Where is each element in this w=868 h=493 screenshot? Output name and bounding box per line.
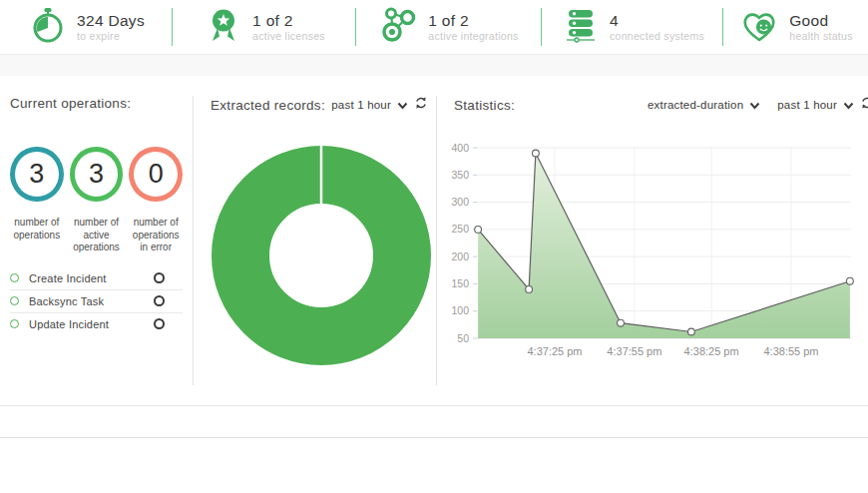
current-operations-title: Current operations: [10, 96, 183, 111]
operation-row-backsync-task[interactable]: Backsync Task [10, 290, 183, 313]
connected-systems-icon [561, 5, 601, 49]
svg-text:250: 250 [451, 223, 469, 235]
stat-title: 4 [610, 12, 704, 30]
integrations-icon [379, 5, 419, 49]
statistics-panel: Statistics: extracted-duration past 1 ho… [437, 76, 868, 405]
counter-active-operations: 3 [70, 147, 124, 202]
counter-label: number of active operations [70, 217, 124, 254]
license-medal-icon [204, 5, 243, 49]
statistics-range-dropdown[interactable]: past 1 hour [777, 99, 837, 111]
counter-operations: 3 [10, 147, 64, 202]
stat-subtitle: active integrations [428, 30, 518, 42]
statistics-area-chart[interactable]: 400350300250200150100504:37:25 pm4:37:55… [437, 132, 868, 367]
svg-text:150: 150 [451, 277, 469, 289]
stat-title: Good [789, 12, 852, 30]
counter-label: number of operations in error [129, 217, 183, 254]
stat-subtitle: to expire [77, 30, 145, 42]
stat-title: 324 Days [77, 12, 145, 30]
dashboard-main: Current operations: 3 3 0 number of oper… [0, 76, 868, 405]
extracted-records-donut-chart[interactable] [212, 146, 431, 365]
status-dot-icon [10, 273, 19, 282]
stopwatch-icon [28, 5, 68, 49]
operation-row-update-incident[interactable]: Update Incident [10, 313, 183, 335]
operation-counter-labels: number of operations number of active op… [10, 217, 183, 254]
chevron-down-icon[interactable] [397, 96, 408, 114]
operation-label: Backsync Task [29, 295, 104, 307]
chevron-down-icon[interactable] [843, 96, 854, 114]
current-operations-panel: Current operations: 3 3 0 number of oper… [0, 76, 193, 405]
svg-text:400: 400 [451, 142, 469, 154]
svg-text:200: 200 [451, 250, 469, 262]
operation-label: Create Incident [29, 272, 107, 284]
footer-area [0, 438, 868, 493]
stat-title: 1 of 2 [252, 12, 325, 30]
statistics-metric-dropdown[interactable]: extracted-duration [648, 99, 743, 111]
status-dot-icon [10, 319, 19, 328]
gear-icon[interactable] [154, 295, 165, 306]
stat-subtitle: health status [789, 30, 852, 42]
stat-active-integrations: 1 of 2 active integrations [356, 0, 542, 54]
counter-operations-in-error: 0 [129, 147, 183, 202]
gear-icon[interactable] [154, 272, 165, 283]
extracted-records-title: Extracted records: [211, 98, 325, 113]
operations-list: Create Incident Backsync Task Update Inc… [10, 267, 183, 335]
extracted-records-panel: Extracted records: past 1 hour [194, 76, 436, 405]
svg-text:4:37:25 pm: 4:37:25 pm [527, 345, 582, 357]
stat-health-status: Good health status [723, 0, 868, 54]
refresh-icon[interactable] [414, 96, 428, 114]
stats-topbar: 324 Days to expire 1 of 2 active license… [0, 0, 868, 55]
gear-icon[interactable] [154, 318, 165, 329]
refresh-icon[interactable] [860, 96, 868, 114]
statistics-chart-svg: 400350300250200150100504:37:25 pm4:37:55… [437, 132, 868, 363]
topbar-gap-strip [0, 55, 868, 76]
svg-text:350: 350 [451, 169, 469, 181]
svg-text:4:38:55 pm: 4:38:55 pm [763, 345, 818, 357]
svg-text:100: 100 [451, 304, 469, 316]
stat-days-to-expire: 324 Days to expire [0, 0, 173, 54]
stat-title: 1 of 2 [428, 12, 518, 30]
svg-text:50: 50 [457, 332, 469, 344]
stat-connected-systems: 4 connected systems [542, 0, 723, 54]
statistics-title: Statistics: [454, 98, 515, 113]
stat-subtitle: active licenses [252, 30, 325, 42]
operation-row-create-incident[interactable]: Create Incident [10, 267, 183, 290]
stat-subtitle: connected systems [610, 30, 704, 42]
counter-label: number of operations [10, 217, 64, 254]
status-dot-icon [10, 296, 19, 305]
empty-band [0, 406, 868, 437]
operation-label: Update Incident [29, 318, 109, 330]
health-heart-icon [738, 5, 780, 49]
svg-text:4:38:25 pm: 4:38:25 pm [684, 345, 739, 357]
stat-active-licenses: 1 of 2 active licenses [173, 0, 356, 54]
svg-text:300: 300 [451, 196, 469, 208]
operation-counters: 3 3 0 [10, 147, 183, 202]
chevron-down-icon[interactable] [749, 96, 760, 114]
svg-text:4:37:55 pm: 4:37:55 pm [607, 345, 661, 357]
extracted-range-dropdown[interactable]: past 1 hour [331, 99, 391, 111]
